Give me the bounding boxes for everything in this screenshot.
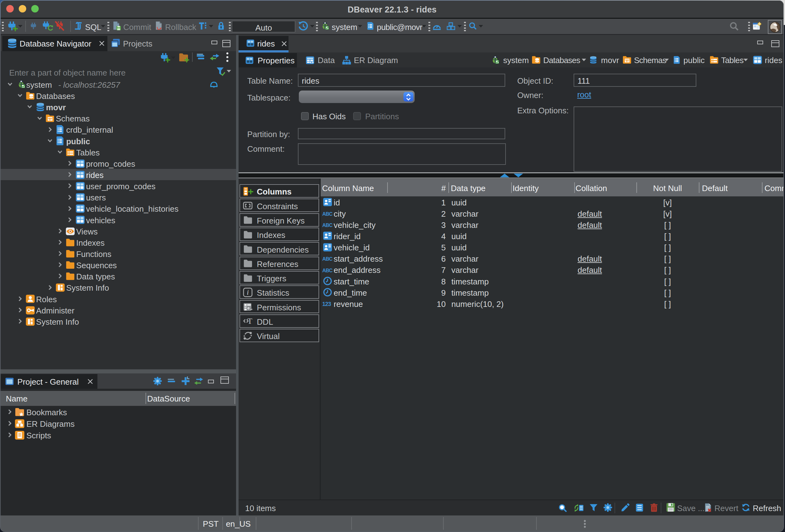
svg-text:ABC: ABC <box>322 211 333 217</box>
svg-text:ABC: ABC <box>322 268 333 273</box>
svg-text:ABC: ABC <box>322 256 333 262</box>
svg-text:123: 123 <box>322 301 331 307</box>
svg-text:ABC: ABC <box>322 223 333 228</box>
